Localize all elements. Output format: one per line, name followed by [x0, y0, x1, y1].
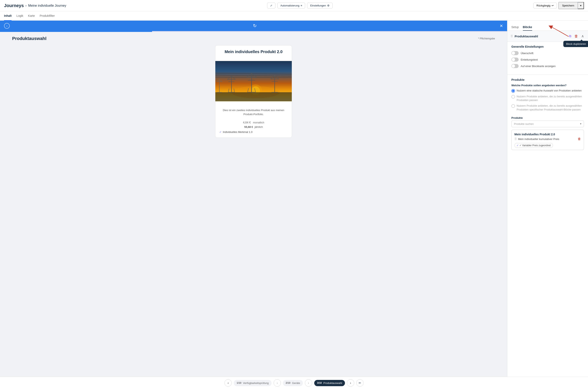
svg-line-26 [271, 75, 275, 79]
pflicht-label: * Pflichteingabe [478, 37, 495, 40]
divider [507, 74, 588, 75]
tab-logik[interactable]: Logik [16, 11, 23, 21]
toggle-einleitungstext: Einleitungstext [511, 58, 584, 62]
step-3-label: Produktauswahl [323, 382, 342, 385]
breadcrumb-arrow-icon: › [26, 4, 27, 7]
variabel-label: ✓ Variabler Preis zugeordnet [519, 144, 551, 147]
prev-icon[interactable]: ‹ [4, 23, 10, 29]
sidebar-tab-bar: Setup Blöcke [507, 21, 588, 31]
edit-button[interactable]: ✏ [356, 379, 364, 387]
check-icon: ✓ [517, 144, 519, 147]
automation-button[interactable]: Automatisierung ≡ [277, 3, 305, 8]
canvas-refresh[interactable]: ↻ [253, 23, 257, 29]
tab-bar: Inhalt Logik Karte Produktfilter [0, 11, 588, 21]
main-layout: ‹ ↻ ✕ Produktauswahl * Pflichteingabe Me… [0, 21, 588, 387]
canvas-content: Produktauswahl * Pflichteingabe Mein ind… [0, 32, 507, 142]
price-value: 4,64 € [243, 121, 251, 124]
toggle-ueberschrift: Überschrift [511, 51, 584, 55]
settings-button[interactable]: Einstellungen ⚙ [307, 3, 333, 8]
product-description: Dies ist ein zweites individuelles Produ… [220, 108, 288, 116]
step-item-1[interactable]: 1/10 Verfügbarkeitsprüfung [234, 380, 272, 386]
radio-matching-1[interactable]: Nutzern Produkte anbieten, die zu bereit… [511, 95, 584, 102]
produkte-section: Produkte Welche Produkte sollen angebote… [507, 78, 588, 153]
step-prev-button[interactable]: ‹ [224, 379, 232, 387]
toggle-einleitungstext-switch[interactable] [511, 58, 519, 62]
delete-block-button[interactable]: 🗑 [574, 34, 579, 39]
svg-line-4 [215, 73, 292, 74]
search-label: Produkte [511, 116, 584, 119]
canvas-title: Produktauswahl [12, 36, 46, 41]
undo-icon: ↩ [551, 4, 554, 7]
radio-static[interactable]: Nutzern eine statische Auswahl von Produ… [511, 89, 584, 93]
step-item-3[interactable]: 3/10 Produktauswahl [314, 380, 345, 386]
merkmal-label: Individuelles Merkmal 1.0 [223, 130, 253, 133]
step-1-num: 1/10 [237, 382, 241, 384]
chevron-down-icon: ▾ [580, 4, 582, 7]
save-main-button[interactable]: Speichern [558, 2, 578, 9]
nav-center: ⤢ Automatisierung ≡ Einstellungen ⚙ [267, 3, 333, 8]
delete-product-button[interactable]: 🗑 [578, 137, 581, 141]
tower-svg [215, 61, 292, 101]
canvas-title-row: Produktauswahl * Pflichteingabe [12, 36, 495, 41]
radio-matching-2[interactable]: Nutzern Produkte anbieten, die zu bereit… [511, 104, 584, 111]
breadcrumb: Journeys › Meine individuelle Journey [4, 3, 66, 8]
tab-inhalt[interactable]: Inhalt [4, 11, 11, 21]
product-result-sub: Mein individueller kumulativer Preis [518, 137, 577, 141]
breadcrumb-page: Meine individuelle Journey [28, 4, 66, 7]
duplicate-block-button[interactable]: ⧉ [568, 34, 572, 38]
undo-button[interactable]: Rückgängig ↩ [533, 3, 557, 8]
product-price-annual: 55,68 € jährlich [220, 126, 288, 129]
canvas-nav-prev[interactable]: ‹ [4, 23, 10, 29]
svg-line-5 [215, 75, 292, 76]
radio-matching-1-label: Nutzern Produkte anbieten, die zu bereit… [517, 95, 584, 102]
step-next-button[interactable]: › [347, 379, 354, 387]
sidebar-tab-setup[interactable]: Setup [511, 24, 519, 31]
tab-karte[interactable]: Karte [28, 11, 35, 21]
product-search-input[interactable]: Produkte suchen ▾ [511, 121, 584, 127]
tab-produktfilter[interactable]: Produktfilter [40, 11, 55, 21]
step-item-2[interactable]: 2/10 Geräte [283, 380, 303, 386]
step-2-label: Geräte [292, 382, 300, 385]
search-chevron-down-icon: ▾ [580, 122, 581, 125]
canvas-area: ‹ ↻ ✕ Produktauswahl * Pflichteingabe Me… [0, 21, 507, 387]
search-placeholder: Produkte suchen [514, 122, 534, 126]
top-nav: Journeys › Meine individuelle Journey ⤢ … [0, 0, 588, 11]
produkte-question: Welche Produkte sollen angeboten werden? [511, 84, 584, 87]
toggle-blockkarte-switch[interactable] [511, 64, 519, 68]
toggle-ueberschrift-switch[interactable] [511, 51, 519, 55]
radio-static-label: Nutzern eine statische Auswahl von Produ… [517, 89, 582, 93]
collapse-section-button[interactable]: ∧ [581, 33, 585, 39]
radio-matching-2-label: Nutzern Produkte anbieten, die zu bereit… [517, 104, 584, 111]
step-3-num: 3/10 [317, 382, 322, 384]
svg-line-21 [228, 89, 229, 92]
tower4 [217, 79, 222, 92]
close-icon[interactable]: ✕ [500, 24, 503, 28]
svg-line-19 [231, 76, 236, 79]
block-duplicate-tooltip: Block duplizieren [563, 41, 588, 47]
variabel-price-badge[interactable]: ✓ ✓ Variabler Preis zugeordnet [514, 143, 553, 148]
product-result-row: ⠿ Mein individueller kumulativer Preis 🗑 [514, 137, 581, 141]
radio-matching-2-circle[interactable] [511, 104, 515, 108]
annual-period: jährlich [255, 126, 263, 129]
svg-line-31 [217, 79, 220, 82]
product-card-inner: Mein individuelles Produkt 2.0 [215, 45, 292, 61]
refresh-icon[interactable]: ↻ [253, 23, 257, 28]
drag-handle-icon[interactable]: ⠿ [511, 34, 513, 38]
product-search-row: Produkte Produkte suchen ▾ [511, 116, 584, 127]
product-card[interactable]: Mein individuelles Produkt 2.0 [215, 45, 292, 138]
price-period: monatlich [253, 121, 264, 124]
step-arrow-2[interactable]: › [305, 379, 312, 387]
external-link-button[interactable]: ⤢ [267, 3, 275, 8]
sidebar-tab-bloecke[interactable]: Blöcke [523, 24, 532, 31]
step-arrow-1[interactable]: › [274, 379, 281, 387]
save-dropdown-button[interactable]: ▾ [578, 2, 584, 9]
step-1-label: Verfügbarkeitsprüfung [243, 382, 269, 385]
radio-static-circle[interactable] [511, 89, 515, 93]
section-header-right: ⧉ 🗑 Block duplizieren ∧ [568, 33, 585, 39]
drag-handle-icon[interactable]: ⠿ [514, 137, 517, 141]
radio-matching-1-circle[interactable] [511, 95, 515, 98]
annual-price: 55,68 € [244, 126, 253, 129]
save-button-group: Speichern ▾ [558, 2, 584, 9]
canvas-close[interactable]: ✕ [500, 23, 503, 28]
brand-title: Journeys [4, 3, 24, 8]
